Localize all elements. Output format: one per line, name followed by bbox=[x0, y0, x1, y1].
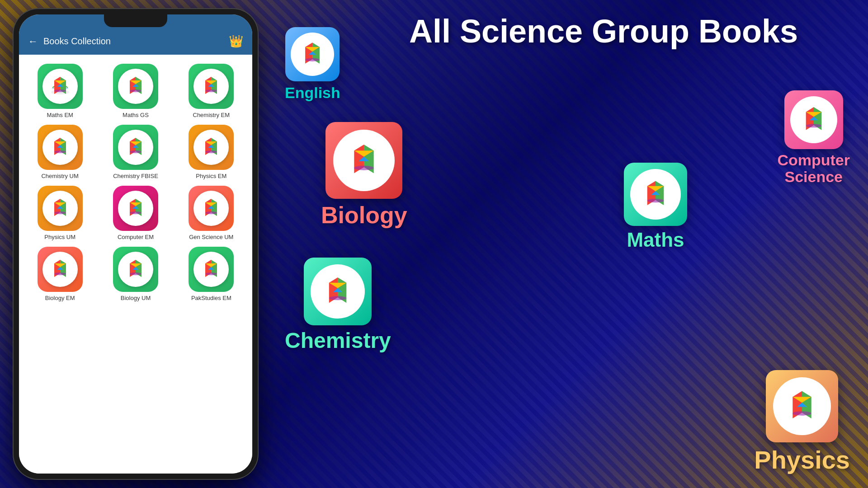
biology-icon bbox=[326, 122, 402, 199]
right-panel: All Science Group Books English bbox=[271, 0, 868, 488]
main-title: All Science Group Books bbox=[362, 14, 845, 49]
back-button[interactable]: ← bbox=[28, 36, 38, 47]
svg-point-12 bbox=[205, 272, 217, 275]
book-item-physics-em[interactable]: Physics EM bbox=[177, 125, 246, 179]
svg-point-4 bbox=[54, 150, 66, 153]
book-label: Computer EM bbox=[118, 234, 154, 240]
book-label: Biology UM bbox=[121, 295, 151, 301]
physics-label: Physics bbox=[754, 445, 850, 474]
book-label: Chemistry UM bbox=[41, 173, 78, 179]
subject-physics[interactable]: Physics bbox=[754, 370, 850, 474]
header-title: Books Collection bbox=[43, 36, 111, 47]
book-label: PakStudies EM bbox=[191, 295, 231, 301]
subject-computer[interactable]: ComputerScience bbox=[777, 90, 850, 186]
book-icon bbox=[189, 186, 234, 231]
english-icon bbox=[285, 27, 340, 81]
computer-label: ComputerScience bbox=[777, 152, 850, 186]
book-item-biology-um[interactable]: Biology UM bbox=[101, 247, 170, 301]
book-icon bbox=[113, 125, 158, 170]
computer-icon-inner bbox=[790, 96, 837, 143]
maths-label: Maths bbox=[627, 229, 684, 251]
book-icon bbox=[38, 186, 83, 231]
book-label: Maths EM bbox=[47, 112, 73, 118]
book-item-chemistry-em[interactable]: Chemistry EM bbox=[177, 64, 246, 118]
biology-icon-inner bbox=[333, 130, 395, 191]
book-item-computer-em[interactable]: Computer EM bbox=[101, 186, 170, 240]
book-item-chemistry-fbise[interactable]: Chemistry FBISE bbox=[101, 125, 170, 179]
chemistry-icon-inner bbox=[311, 264, 365, 319]
subject-english[interactable]: English bbox=[285, 27, 340, 102]
svg-point-10 bbox=[54, 272, 66, 275]
phone-frame: ← Books Collection 👑 bbox=[14, 9, 258, 479]
svg-point-6 bbox=[205, 150, 217, 153]
chemistry-icon bbox=[304, 258, 372, 325]
subject-maths[interactable]: Maths bbox=[624, 163, 687, 251]
book-item-maths-em[interactable]: Maths EM bbox=[25, 64, 94, 118]
book-icon bbox=[189, 247, 234, 292]
svg-point-8 bbox=[130, 211, 142, 214]
book-label: Chemistry FBISE bbox=[113, 173, 158, 179]
maths-icon-inner bbox=[630, 169, 681, 220]
book-icon bbox=[38, 247, 83, 292]
crown-icon[interactable]: 👑 bbox=[229, 34, 243, 48]
maths-icon bbox=[624, 163, 687, 226]
phone-mockup: ← Books Collection 👑 bbox=[14, 9, 258, 479]
subject-chemistry[interactable]: Chemistry bbox=[285, 258, 391, 353]
book-label: Physics EM bbox=[196, 173, 226, 179]
book-icon bbox=[113, 247, 158, 292]
physics-icon-inner bbox=[773, 377, 831, 435]
svg-point-17 bbox=[806, 124, 821, 127]
book-label: Gen Science UM bbox=[189, 234, 233, 240]
app-content[interactable]: Maths EM bbox=[19, 55, 252, 474]
book-icon bbox=[113, 186, 158, 231]
book-icon bbox=[38, 125, 83, 170]
svg-point-2 bbox=[130, 89, 142, 92]
english-icon-inner bbox=[291, 33, 334, 76]
svg-point-9 bbox=[205, 211, 217, 214]
svg-point-3 bbox=[205, 89, 217, 92]
subject-biology[interactable]: Biology bbox=[321, 122, 407, 229]
books-grid: Maths EM bbox=[24, 62, 248, 303]
svg-point-14 bbox=[354, 166, 374, 170]
svg-point-15 bbox=[329, 296, 347, 300]
chemistry-label: Chemistry bbox=[285, 328, 391, 353]
biology-label: Biology bbox=[321, 202, 407, 229]
svg-point-18 bbox=[793, 411, 811, 416]
physics-icon bbox=[766, 370, 838, 442]
book-icon bbox=[189, 125, 234, 170]
svg-point-11 bbox=[130, 272, 142, 275]
book-item-chemistry-um[interactable]: Chemistry UM bbox=[25, 125, 94, 179]
book-item-gen-science-um[interactable]: Gen Science UM bbox=[177, 186, 246, 240]
svg-point-5 bbox=[130, 150, 142, 153]
book-label: Maths GS bbox=[123, 112, 149, 118]
book-icon bbox=[113, 64, 158, 109]
book-icon bbox=[38, 64, 83, 109]
english-label: English bbox=[285, 84, 340, 102]
book-label: Physics UM bbox=[44, 234, 75, 240]
svg-point-13 bbox=[306, 58, 320, 61]
phone-screen: ← Books Collection 👑 bbox=[19, 14, 252, 474]
svg-point-7 bbox=[54, 211, 66, 214]
computer-icon bbox=[784, 90, 843, 149]
book-item-maths-gs[interactable]: Maths GS bbox=[101, 64, 170, 118]
svg-point-1 bbox=[54, 89, 66, 92]
book-item-physics-um[interactable]: Physics UM bbox=[25, 186, 94, 240]
book-item-pakstudies-em[interactable]: PakStudies EM bbox=[177, 247, 246, 301]
book-label: Chemistry EM bbox=[193, 112, 230, 118]
book-icon bbox=[189, 64, 234, 109]
phone-notch bbox=[104, 14, 167, 27]
book-label: Biology EM bbox=[45, 295, 75, 301]
svg-point-16 bbox=[647, 199, 664, 202]
book-item-biology-em[interactable]: Biology EM bbox=[25, 247, 94, 301]
